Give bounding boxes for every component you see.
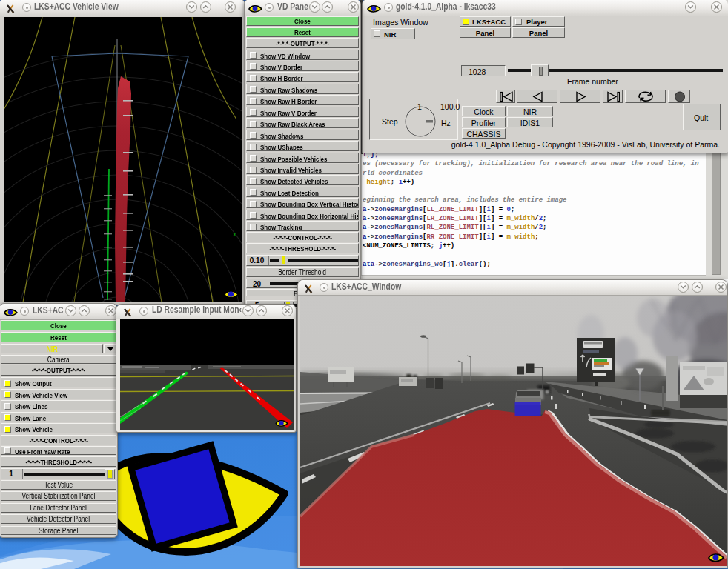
svg-text:x: x — [233, 230, 236, 238]
